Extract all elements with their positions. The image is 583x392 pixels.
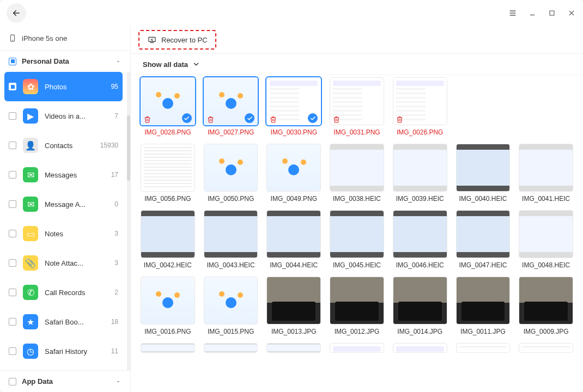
thumbnail[interactable] (266, 77, 321, 125)
thumbnail[interactable] (330, 210, 384, 258)
sidebar-item[interactable]: ✿Photos95 (4, 72, 123, 101)
photo-cell[interactable]: IMG_0039.HEIC (393, 144, 447, 203)
thumbnail[interactable] (456, 210, 511, 258)
sidebar-item[interactable]: ▭Notes3 (0, 219, 127, 248)
thumbnail[interactable] (204, 77, 258, 125)
sidebar-item[interactable]: ◷ Safari History11 (0, 336, 127, 366)
item-checkbox[interactable] (9, 171, 16, 179)
photo-cell[interactable]: IMG_0038.HEIC (330, 144, 384, 203)
photo-cell[interactable]: IMG_0047.HEIC (456, 210, 511, 269)
maximize-button[interactable] (547, 8, 557, 18)
item-checkbox[interactable] (9, 83, 16, 90)
photo-cell[interactable]: IMG_0056.PNG (141, 144, 195, 203)
thumbnail[interactable] (141, 343, 195, 353)
item-checkbox[interactable] (9, 318, 16, 326)
sidebar-item[interactable]: ✉Message A...0 (0, 189, 127, 219)
thumbnail[interactable] (141, 210, 195, 258)
photo-cell[interactable]: IMG_0045.HEIC (330, 210, 384, 269)
thumbnail[interactable] (141, 144, 195, 192)
sidebar-item[interactable]: ▶Videos in a...7 (0, 101, 127, 131)
photo-cell[interactable]: IMG_0014.JPG (393, 277, 447, 335)
photo-cell[interactable] (141, 343, 195, 353)
thumbnail[interactable] (330, 144, 384, 192)
thumbnail[interactable] (330, 77, 384, 125)
thumbnail[interactable] (393, 277, 447, 324)
thumbnail[interactable] (393, 343, 447, 353)
item-checkbox[interactable] (9, 230, 16, 237)
thumbnail[interactable] (393, 210, 447, 258)
section-checkbox[interactable] (9, 58, 16, 65)
photo-cell[interactable] (519, 343, 573, 353)
photo-cell[interactable]: IMG_0050.PNG (204, 144, 258, 203)
photo-cell[interactable]: IMG_0040.HEIC (456, 144, 511, 203)
item-checkbox[interactable] (9, 347, 16, 355)
item-checkbox[interactable] (9, 289, 16, 296)
photo-cell[interactable]: IMG_0009.JPG (519, 277, 573, 335)
photo-grid-scroll[interactable]: IMG_0028.PNGIMG_0027.PNGIMG_0030.PNGIMG_… (131, 75, 583, 392)
photo-cell[interactable]: IMG_0027.PNG (204, 77, 258, 136)
thumbnail[interactable] (141, 277, 195, 324)
photo-cell[interactable] (266, 343, 321, 353)
thumbnail[interactable] (204, 277, 258, 324)
photo-cell[interactable]: IMG_0015.PNG (204, 277, 258, 335)
thumbnail[interactable] (519, 277, 573, 324)
sidebar-item[interactable]: ★Safari Boo...18 (0, 307, 127, 336)
section-app-data[interactable]: App Data (0, 370, 130, 392)
menu-button[interactable] (508, 8, 518, 18)
thumbnail[interactable] (204, 343, 258, 353)
photo-cell[interactable] (204, 343, 258, 353)
thumbnail[interactable] (266, 144, 321, 192)
photo-cell[interactable]: IMG_0043.HEIC (204, 210, 258, 269)
thumbnail[interactable] (456, 144, 511, 192)
photo-cell[interactable]: IMG_0016.PNG (141, 277, 195, 335)
section-checkbox[interactable] (9, 378, 16, 385)
thumbnail[interactable] (456, 277, 511, 324)
thumbnail[interactable] (456, 343, 511, 353)
photo-cell[interactable]: IMG_0046.HEIC (393, 210, 447, 269)
thumbnail[interactable] (519, 144, 573, 192)
photo-cell[interactable]: IMG_0041.HEIC (519, 144, 573, 203)
thumbnail[interactable] (393, 144, 447, 192)
thumbnail[interactable] (519, 343, 573, 353)
item-checkbox[interactable] (9, 200, 16, 208)
photo-cell[interactable]: IMG_0042.HEIC (141, 210, 195, 269)
sidebar-item[interactable]: 📎Note Attac...3 (0, 248, 127, 278)
thumbnail[interactable] (266, 210, 321, 258)
thumbnail[interactable] (141, 77, 195, 125)
photo-cell[interactable]: IMG_0048.HEIC (519, 210, 573, 269)
photo-cell[interactable]: IMG_0026.PNG (393, 77, 447, 136)
photo-cell[interactable]: IMG_0049.PNG (266, 144, 321, 203)
back-button[interactable] (7, 3, 26, 23)
item-checkbox[interactable] (9, 142, 16, 149)
minimize-button[interactable] (527, 8, 537, 18)
photo-cell[interactable]: IMG_0012.JPG (330, 277, 384, 335)
filter-dropdown[interactable]: Show all data (131, 53, 583, 75)
thumbnail[interactable] (330, 343, 384, 353)
thumbnail[interactable] (330, 277, 384, 324)
sidebar-scrollbar[interactable] (127, 72, 130, 370)
nav-list[interactable]: ✿Photos95▶Videos in a...7👤Contacts15930✉… (0, 72, 127, 370)
recover-to-pc-button[interactable]: Recover to PC (138, 30, 216, 50)
thumbnail[interactable] (204, 210, 258, 258)
item-checkbox[interactable] (9, 112, 16, 120)
thumbnail[interactable] (266, 343, 321, 353)
item-checkbox[interactable] (9, 259, 16, 267)
photo-cell[interactable]: IMG_0044.HEIC (266, 210, 321, 269)
thumbnail[interactable] (266, 277, 321, 324)
thumbnail[interactable] (204, 144, 258, 192)
photo-cell[interactable] (393, 343, 447, 353)
sidebar-item[interactable]: 👤Contacts15930 (0, 131, 127, 160)
photo-cell[interactable]: IMG_0013.JPG (266, 277, 321, 335)
sidebar-item[interactable]: ✆Call Records2 (0, 278, 127, 307)
photo-cell[interactable]: IMG_0028.PNG (141, 77, 195, 136)
photo-cell[interactable] (456, 343, 511, 353)
sidebar-item[interactable]: ✉Messages17 (0, 160, 127, 189)
thumbnail[interactable] (393, 77, 447, 125)
photo-cell[interactable]: IMG_0031.PNG (330, 77, 384, 136)
photo-cell[interactable]: IMG_0030.PNG (266, 77, 321, 136)
section-personal-data[interactable]: Personal Data (0, 50, 130, 72)
photo-cell[interactable]: IMG_0011.JPG (456, 277, 511, 335)
thumbnail[interactable] (519, 210, 573, 258)
close-button[interactable] (567, 8, 576, 18)
photo-cell[interactable] (330, 343, 384, 353)
